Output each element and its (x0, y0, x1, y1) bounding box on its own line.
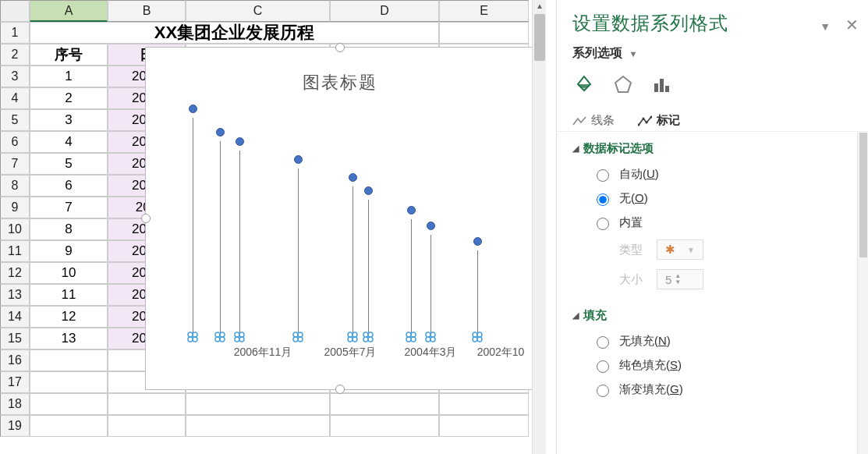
chart-stem[interactable] (477, 250, 478, 336)
cell[interactable]: 9 (30, 240, 108, 262)
fill-line-icon[interactable] (572, 73, 596, 96)
radio-none[interactable]: 无(O) (593, 186, 852, 211)
radio-auto[interactable]: 自动(U) (593, 162, 852, 186)
spinner[interactable]: ▲▼ (675, 273, 681, 286)
scroll-up-icon[interactable]: ▲ (536, 2, 544, 10)
chart-marker[interactable] (236, 137, 244, 146)
row-header-4[interactable]: 4 (0, 87, 30, 109)
cell[interactable]: 11 (30, 284, 108, 306)
row-header-12[interactable]: 12 (0, 262, 30, 284)
row-header-9[interactable]: 9 (0, 197, 30, 218)
chart-title[interactable]: 图表标题 (146, 71, 534, 94)
chart-marker[interactable] (216, 128, 225, 137)
tab-line[interactable]: 线条 (572, 113, 615, 128)
cell[interactable] (30, 349, 108, 371)
chart-base-marker-selected[interactable] (472, 332, 483, 342)
cell[interactable] (439, 415, 529, 437)
chart-stem[interactable] (411, 219, 412, 336)
radio-nofill[interactable]: 无填充(N) (593, 329, 852, 353)
col-header-C[interactable]: C (186, 0, 330, 22)
resize-handle-n[interactable] (335, 43, 345, 52)
row-header-6[interactable]: 6 (0, 131, 30, 153)
chart-marker[interactable] (473, 237, 482, 246)
radio-nofill-input[interactable] (597, 336, 609, 349)
cell[interactable]: 5 (30, 153, 108, 175)
chart-stem[interactable] (239, 151, 240, 336)
row-header-15[interactable]: 15 (0, 328, 30, 349)
panel-vscrollbar[interactable] (857, 133, 868, 454)
chart-base-marker-selected[interactable] (363, 332, 374, 342)
plot-area[interactable]: 2006年11月2005年7月2004年3月2002年10 (177, 126, 512, 360)
radio-auto-input[interactable] (597, 169, 609, 182)
row-header-7[interactable]: 7 (0, 153, 30, 175)
cell[interactable] (330, 393, 439, 415)
chart-stem[interactable] (430, 235, 431, 336)
radio-solid-input[interactable] (597, 360, 609, 373)
col-header-E[interactable]: E (439, 0, 529, 22)
col-header-D[interactable]: D (330, 0, 439, 22)
row-header-2[interactable]: 2 (0, 44, 30, 66)
fill-section-title[interactable]: ◢ 填充 (572, 308, 852, 323)
chart-base-marker-selected[interactable] (234, 332, 245, 342)
resize-handle-w[interactable] (141, 214, 151, 223)
panel-menu-icon[interactable]: ▼ (820, 20, 831, 33)
row-header-8[interactable]: 8 (0, 175, 30, 197)
radio-builtin-input[interactable] (597, 218, 609, 230)
marker-size-input[interactable]: 5 ▲▼ (657, 269, 703, 289)
chart-stem[interactable] (193, 118, 193, 336)
cell[interactable] (30, 415, 108, 437)
cell[interactable]: 13 (30, 328, 108, 349)
row-header-13[interactable]: 13 (0, 284, 30, 306)
chart-marker[interactable] (189, 105, 197, 113)
cell[interactable]: 2 (30, 87, 108, 109)
chart-stem[interactable] (368, 200, 369, 336)
radio-builtin[interactable]: 内置 (593, 211, 852, 235)
chart-base-marker-selected[interactable] (214, 332, 225, 342)
resize-handle-s[interactable] (335, 385, 345, 394)
row-header-1[interactable]: 1 (0, 22, 30, 44)
chart-base-marker-selected[interactable] (187, 332, 198, 342)
row-header-18[interactable]: 18 (0, 393, 30, 415)
marker-options-title[interactable]: ◢ 数据标记选项 (572, 141, 852, 156)
radio-gradient-input[interactable] (597, 385, 609, 397)
title-cell[interactable]: XX集团企业发展历程 (30, 22, 439, 44)
cell[interactable] (30, 371, 108, 393)
cell[interactable]: 4 (30, 131, 108, 153)
chart-marker[interactable] (349, 173, 357, 182)
cell[interactable]: 序号 (30, 44, 108, 66)
chart-stem[interactable] (298, 168, 299, 336)
radio-solid[interactable]: 纯色填充(S) (593, 353, 852, 378)
row-header-11[interactable]: 11 (0, 240, 30, 262)
cell[interactable]: 12 (30, 306, 108, 328)
chart-base-marker-selected[interactable] (425, 332, 436, 342)
select-all-corner[interactable] (0, 0, 30, 22)
row-header-10[interactable]: 10 (0, 218, 30, 240)
chart-stem[interactable] (220, 141, 221, 336)
cell[interactable] (330, 415, 439, 437)
cell[interactable] (108, 415, 186, 437)
cell[interactable] (108, 393, 186, 415)
tab-marker[interactable]: 标记 (638, 113, 680, 128)
chart-marker[interactable] (294, 155, 303, 164)
cell[interactable] (439, 393, 529, 415)
scroll-thumb[interactable] (534, 14, 545, 61)
cell[interactable] (186, 415, 330, 437)
chart-marker[interactable] (364, 186, 373, 195)
chart-base-marker-selected[interactable] (347, 332, 358, 342)
cell[interactable] (439, 22, 529, 44)
radio-gradient[interactable]: 渐变填充(G) (593, 378, 852, 402)
row-header-14[interactable]: 14 (0, 306, 30, 328)
chart-base-marker-selected[interactable] (406, 332, 416, 342)
cell[interactable]: 6 (30, 175, 108, 197)
series-options-dropdown[interactable]: 系列选项 ▼ (557, 41, 868, 68)
effects-icon[interactable] (611, 73, 635, 96)
cell[interactable]: 10 (30, 262, 108, 284)
chart-base-marker-selected[interactable] (292, 332, 303, 342)
series-icon[interactable] (650, 73, 674, 96)
col-header-B[interactable]: B (108, 0, 186, 22)
chart-marker[interactable] (407, 206, 416, 215)
cell[interactable]: 1 (30, 66, 108, 87)
spin-down-icon[interactable]: ▼ (675, 279, 681, 286)
cell[interactable]: 8 (30, 218, 108, 240)
cell[interactable] (30, 393, 108, 415)
